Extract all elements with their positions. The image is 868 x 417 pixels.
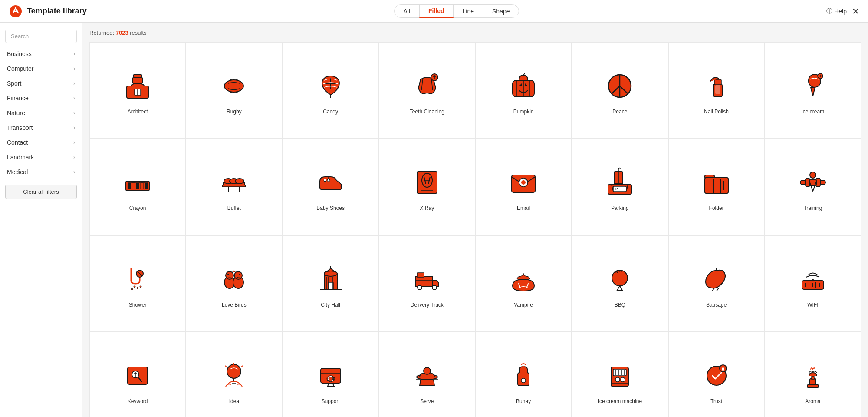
svg-point-121: [227, 364, 241, 378]
folder-icon: [699, 165, 734, 200]
icon-cell-parking[interactable]: P Parking: [572, 139, 668, 235]
svg-point-85: [234, 271, 242, 279]
pumpkin-icon: [506, 69, 541, 103]
icon-cell-support[interactable]: Support: [283, 332, 379, 417]
svg-rect-35: [141, 183, 144, 189]
icon-cell-nail-polish[interactable]: Nail Polish: [668, 42, 765, 139]
sidebar-item-landmark[interactable]: Landmark ›: [0, 150, 82, 165]
bbq-icon: [602, 262, 637, 297]
icon-cell-keyword[interactable]: Keyword: [89, 332, 186, 417]
sidebar-item-contact[interactable]: Contact ›: [0, 135, 82, 150]
love-birds-label: Love Birds: [222, 302, 247, 308]
icon-cell-love-birds[interactable]: Love Birds: [186, 235, 282, 332]
icon-cell-idea[interactable]: Idea: [186, 332, 282, 417]
icon-cell-serve[interactable]: Serve: [379, 332, 475, 417]
icon-cell-trust[interactable]: Trust: [668, 332, 765, 417]
help-button[interactable]: ⓘ Help: [826, 7, 847, 15]
sidebar-item-sport[interactable]: Sport ›: [0, 76, 82, 91]
delivery-truck-label: Delivery Truck: [411, 302, 444, 308]
buffet-icon: [217, 165, 251, 200]
clear-filters-button[interactable]: Clear all filters: [5, 185, 77, 199]
chevron-right-icon: ›: [73, 139, 75, 146]
sidebar-item-transport[interactable]: Transport ›: [0, 120, 82, 135]
icon-cell-aroma[interactable]: Aroma: [765, 332, 861, 417]
chevron-right-icon: ›: [73, 125, 75, 131]
city-hall-label: City Hall: [321, 302, 340, 308]
header-tabs: All Filled Line Shape: [394, 4, 519, 18]
icon-cell-architect[interactable]: Architect: [89, 42, 186, 139]
icon-cell-candy[interactable]: Candy: [283, 42, 379, 139]
icon-cell-wifi[interactable]: WIFI: [765, 235, 861, 332]
icon-cell-crayon[interactable]: Crayon: [89, 139, 186, 235]
icon-cell-email[interactable]: Email: [475, 139, 572, 235]
architect-label: Architect: [128, 109, 148, 115]
icon-cell-delivery-truck[interactable]: Delivery Truck: [379, 235, 475, 332]
svg-marker-27: [811, 87, 815, 96]
chevron-right-icon: ›: [73, 95, 75, 101]
delivery-truck-icon: [410, 262, 444, 297]
svg-rect-153: [807, 385, 819, 387]
ice-cream-machine-icon: [602, 358, 637, 393]
icon-cell-training[interactable]: Training: [765, 139, 861, 235]
sidebar-item-nature[interactable]: Nature ›: [0, 106, 82, 120]
svg-rect-96: [415, 276, 433, 287]
svg-line-124: [225, 366, 227, 367]
buffet-label: Buffet: [227, 205, 241, 211]
sidebar-item-medical[interactable]: Medical ›: [0, 165, 82, 179]
sidebar-item-computer[interactable]: Computer ›: [0, 61, 82, 76]
icon-cell-bbq[interactable]: BBQ: [572, 235, 668, 332]
svg-point-135: [424, 367, 431, 374]
rugby-label: Rugby: [227, 109, 242, 115]
idea-icon: [217, 358, 251, 393]
icon-cell-buhay[interactable]: Buhay: [475, 332, 572, 417]
svg-rect-47: [417, 172, 437, 193]
header: Template library All Filled Line Shape ⓘ…: [0, 0, 868, 23]
help-circle-icon: ⓘ: [826, 7, 832, 15]
sidebar-item-finance[interactable]: Finance ›: [0, 91, 82, 106]
love-birds-icon: [217, 262, 251, 297]
chevron-right-icon: ›: [73, 110, 75, 116]
sidebar-item-business[interactable]: Business ›: [0, 46, 82, 61]
tab-shape[interactable]: Shape: [483, 4, 519, 18]
svg-point-78: [134, 286, 135, 288]
header-left: Template library: [9, 4, 87, 18]
icon-cell-sausage[interactable]: Sausage: [668, 235, 765, 332]
tab-line[interactable]: Line: [454, 4, 483, 18]
tab-filled[interactable]: Filled: [419, 4, 454, 18]
icon-cell-x-ray[interactable]: X Ray: [379, 139, 475, 235]
icon-cell-baby-shoes[interactable]: Baby Shoes: [283, 139, 379, 235]
x-ray-icon: [410, 165, 444, 200]
icon-cell-ice-cream-machine[interactable]: Ice cream machine: [572, 332, 668, 417]
app-title: Template library: [27, 7, 87, 16]
svg-point-147: [621, 377, 625, 382]
chevron-right-icon: ›: [73, 66, 75, 72]
icon-cell-teeth-cleaning[interactable]: Teeth Cleaning: [379, 42, 475, 139]
icon-cell-ice-cream[interactable]: Ice cream: [765, 42, 861, 139]
svg-point-139: [521, 378, 526, 383]
search-input[interactable]: Search: [5, 30, 77, 43]
svg-rect-25: [715, 85, 720, 94]
icon-cell-vampire[interactable]: Vampire: [475, 235, 572, 332]
svg-point-99: [432, 285, 437, 290]
ice-cream-machine-label: Ice cream machine: [598, 398, 642, 404]
icon-cell-shower[interactable]: Shower: [89, 235, 186, 332]
tab-all[interactable]: All: [394, 4, 419, 18]
support-label: Support: [322, 398, 340, 404]
buhay-label: Buhay: [516, 398, 531, 404]
keyword-label: Keyword: [128, 398, 148, 404]
icon-cell-peace[interactable]: Peace: [572, 42, 668, 139]
close-button[interactable]: ✕: [852, 6, 859, 17]
svg-point-115: [812, 279, 814, 281]
chevron-right-icon: ›: [73, 80, 75, 86]
icon-cell-folder[interactable]: Folder: [668, 139, 765, 235]
icon-cell-pumpkin[interactable]: Pumpkin: [475, 42, 572, 139]
aroma-icon: [796, 358, 830, 393]
icon-cell-buffet[interactable]: Buffet: [186, 139, 282, 235]
email-label: Email: [517, 205, 530, 211]
crayon-label: Crayon: [129, 205, 146, 211]
svg-point-86: [227, 274, 229, 275]
icon-cell-city-hall[interactable]: City Hall: [283, 235, 379, 332]
training-icon: [796, 165, 830, 200]
icon-grid: Architect Rugby: [89, 42, 861, 417]
icon-cell-rugby[interactable]: Rugby: [186, 42, 282, 139]
